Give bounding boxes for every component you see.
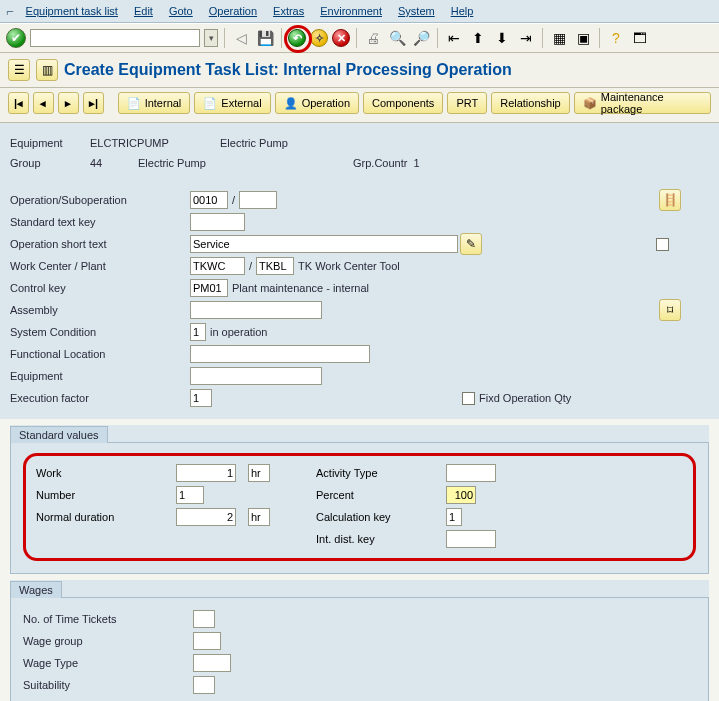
functional-location-input[interactable]	[190, 345, 370, 363]
tab-last-icon[interactable]: ▸|	[83, 92, 104, 114]
standard-toolbar: ✔ ▾ ◁ 💾 ↶ ✧ ✕ 🖨 🔍 🔎 ⇤ ⬆ ⬇ ⇥ ▦ ▣ ? 🗔	[0, 23, 719, 53]
menu-goto[interactable]: Goto	[161, 3, 201, 19]
calculation-key-label: Calculation key	[316, 511, 446, 523]
work-unit-input[interactable]	[248, 464, 270, 482]
work-center-desc: TK Work Center Tool	[298, 260, 400, 272]
menu-equipment-task-list[interactable]: Equipment task list	[18, 3, 126, 19]
last-page-icon[interactable]: ⇥	[516, 28, 536, 48]
percent-input[interactable]	[446, 486, 476, 504]
fixd-operation-qty-checkbox[interactable]	[462, 392, 475, 405]
cancel-icon[interactable]: ✕	[332, 29, 350, 47]
tab-maintenance-package[interactable]: 📦Maintenance package	[574, 92, 711, 114]
standard-values-highlight: Work Activity Type Number Percent Normal…	[23, 453, 696, 561]
command-dropdown-icon[interactable]: ▾	[204, 29, 218, 47]
object-overview-icon[interactable]: ▥	[36, 59, 58, 81]
system-condition-input[interactable]	[190, 323, 206, 341]
task-list-header-icon[interactable]: ☰	[8, 59, 30, 81]
operation-short-text-input[interactable]	[190, 235, 458, 253]
tab-components[interactable]: Components	[363, 92, 443, 114]
new-session-icon[interactable]: ▦	[549, 28, 569, 48]
menu-environment[interactable]: Environment	[312, 3, 390, 19]
normal-duration-input[interactable]	[176, 508, 236, 526]
command-input[interactable]	[30, 29, 200, 47]
suboperation-input[interactable]	[239, 191, 277, 209]
enter-icon[interactable]: ✔	[6, 28, 26, 48]
execution-factor-label: Execution factor	[10, 392, 190, 404]
tab-prt[interactable]: PRT	[447, 92, 487, 114]
plant-input[interactable]	[256, 257, 294, 275]
work-label: Work	[36, 467, 176, 479]
tab-external[interactable]: 📄External	[194, 92, 270, 114]
calculation-key-input[interactable]	[446, 508, 462, 526]
menu-bar: ⌐ Equipment task list Edit Goto Operatio…	[0, 0, 719, 23]
standard-text-key-input[interactable]	[190, 213, 245, 231]
print-icon[interactable]: 🖨	[363, 28, 383, 48]
tab-internal[interactable]: 📄Internal	[118, 92, 191, 114]
assembly-input[interactable]	[190, 301, 322, 319]
wage-group-input[interactable]	[193, 632, 221, 650]
fixd-operation-qty-label: Fixd Operation Qty	[479, 392, 571, 404]
time-tickets-input[interactable]	[193, 610, 215, 628]
work-center-input[interactable]	[190, 257, 245, 275]
tab-label: Components	[372, 97, 434, 109]
standard-values-panel: Standard values Work Activity Type Numbe…	[10, 425, 709, 574]
nav-left-icon[interactable]: ◁	[231, 28, 251, 48]
tab-relationship[interactable]: Relationship	[491, 92, 570, 114]
system-condition-label: System Condition	[10, 326, 190, 338]
wc-separator: /	[249, 260, 252, 272]
assembly-label: Assembly	[10, 304, 190, 316]
find-icon[interactable]: 🔍	[387, 28, 407, 48]
first-page-icon[interactable]: ⇤	[444, 28, 464, 48]
back-icon[interactable]: ↶	[288, 29, 306, 47]
number-input[interactable]	[176, 486, 204, 504]
shortcut-icon[interactable]: ▣	[573, 28, 593, 48]
wage-type-input[interactable]	[193, 654, 231, 672]
tab-operation[interactable]: 👤Operation	[275, 92, 359, 114]
percent-label: Percent	[316, 489, 446, 501]
save-icon[interactable]: 💾	[255, 28, 275, 48]
next-page-icon[interactable]: ⬇	[492, 28, 512, 48]
execution-factor-input[interactable]	[190, 389, 212, 407]
work-input[interactable]	[176, 464, 236, 482]
normal-duration-label: Normal duration	[36, 511, 176, 523]
op-separator: /	[232, 194, 235, 206]
tab-label: Maintenance package	[601, 91, 702, 115]
long-text-icon[interactable]: ✎	[460, 233, 482, 255]
wages-title: Wages	[10, 581, 62, 598]
menu-operation[interactable]: Operation	[201, 3, 265, 19]
tab-label: External	[221, 97, 261, 109]
normal-duration-unit-input[interactable]	[248, 508, 270, 526]
layout-icon[interactable]: 🗔	[630, 28, 650, 48]
menu-edit[interactable]: Edit	[126, 3, 161, 19]
suitability-input[interactable]	[193, 676, 215, 694]
time-tickets-label: No. of Time Tickets	[23, 613, 193, 625]
structure-icon[interactable]: ⌑	[659, 299, 681, 321]
tab-first-icon[interactable]: |◂	[8, 92, 29, 114]
menu-help[interactable]: Help	[443, 3, 482, 19]
menu-extras[interactable]: Extras	[265, 3, 312, 19]
operation-overview-icon[interactable]: 🪜	[659, 189, 681, 211]
operation-short-text-label: Operation short text	[10, 238, 190, 250]
control-key-input[interactable]	[190, 279, 228, 297]
exit-icon[interactable]: ✧	[310, 29, 328, 47]
find-next-icon[interactable]: 🔎	[411, 28, 431, 48]
int-dist-key-input[interactable]	[446, 530, 496, 548]
prev-page-icon[interactable]: ⬆	[468, 28, 488, 48]
tab-label: Relationship	[500, 97, 561, 109]
menu-system[interactable]: System	[390, 3, 443, 19]
external-icon: 📄	[203, 97, 217, 110]
wages-panel: Wages No. of Time Tickets Wage group Wag…	[10, 580, 709, 701]
title-bar: ☰ ▥ Create Equipment Task List: Internal…	[0, 53, 719, 88]
grpcountr-label: Grp.Countr	[353, 157, 407, 169]
operation-input[interactable]	[190, 191, 228, 209]
help-icon[interactable]: ?	[606, 28, 626, 48]
equipment-field-label: Equipment	[10, 370, 190, 382]
tab-label: Internal	[145, 97, 182, 109]
tab-next-icon[interactable]: ▸	[58, 92, 79, 114]
activity-type-input[interactable]	[446, 464, 496, 482]
operation-icon: 👤	[284, 97, 298, 110]
equipment-value: ELCTRICPUMP	[90, 137, 220, 149]
equipment-field-input[interactable]	[190, 367, 322, 385]
tab-prev-icon[interactable]: ◂	[33, 92, 54, 114]
short-text-checkbox[interactable]	[656, 238, 669, 251]
